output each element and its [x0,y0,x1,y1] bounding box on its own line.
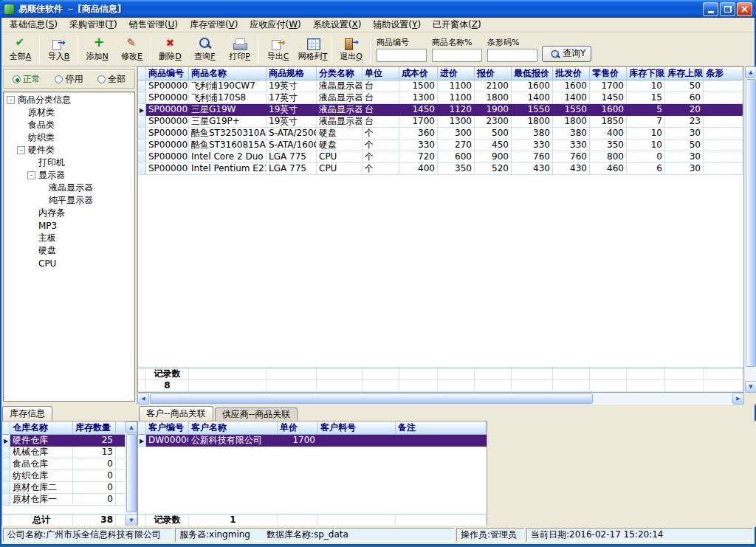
column-header[interactable]: 条形 [704,67,743,80]
product-code-input[interactable] [377,49,427,62]
table-row[interactable]: 原材仓库一0 [2,494,137,506]
table-row[interactable]: ▶DW000002公新科技有限公司1700 [138,435,487,447]
vertical-scrollbar[interactable]: ▲ ▼ [744,66,756,393]
table-row[interactable]: SP000001飞利浦190CW719英寸液晶显示器台1500110021001… [138,80,743,92]
minimize-button[interactable] [703,2,718,16]
column-header[interactable]: 最低报价 [512,67,553,80]
tree-node[interactable]: 打印机 [4,156,134,169]
column-header[interactable]: 进价 [438,67,475,80]
tree-node[interactable]: MP3 [4,219,134,232]
scroll-right-button[interactable]: ▶ [732,393,744,405]
import-button[interactable]: 导入B [41,34,76,65]
grid-columns-button[interactable]: 网格列T [295,34,330,65]
scroll-up-button[interactable]: ▲ [745,66,756,78]
column-header[interactable]: 库存数量 [73,422,116,435]
menu-item-stock[interactable]: 库存管理(V) [184,17,244,32]
table-row[interactable]: 食品仓库0 [2,458,137,470]
column-header[interactable]: 商品规格 [267,67,317,80]
tree-root[interactable]: -商品分类信息 [4,94,134,106]
radio-normal[interactable]: 正常 [13,73,41,86]
exit-button[interactable]: 退出Q [334,34,368,65]
scroll-down-button[interactable]: ▼ [126,515,137,526]
product-name-input[interactable] [432,49,482,62]
scroll-up-button[interactable]: ▲ [126,422,137,433]
column-header[interactable]: 客户编号 [146,422,189,435]
column-header[interactable]: 仓库名称 [10,422,73,435]
tree-node[interactable]: -显示器 [4,169,134,182]
tree-node[interactable]: 纯平显示器 [4,194,134,207]
add-button[interactable]: 添加N [80,34,114,65]
scroll-left-button[interactable]: ◀ [137,393,149,405]
table-row[interactable]: 纺织仓库0 [2,470,137,482]
column-header[interactable]: 备注 [396,422,487,435]
scrollbar-thumb[interactable] [150,393,593,404]
menu-item-auxiliary-settings[interactable]: 辅助设置(Y) [367,17,427,32]
tree-node[interactable]: 内存条 [4,207,134,219]
menu-item-sales[interactable]: 销售管理(U) [123,17,184,32]
collapse-toggle-icon[interactable]: - [17,146,25,154]
column-header[interactable]: 客户料号 [318,422,396,435]
radio-all[interactable]: 全部 [97,73,126,86]
menu-item-basic-info[interactable]: 基础信息(S) [4,17,63,32]
column-header[interactable]: 单位 [362,67,399,80]
table-row[interactable]: SP000002飞利浦170S817英寸液晶显示器台13001100180014… [138,92,743,104]
menu-item-receivable-payable[interactable]: 应收应付(W) [244,17,306,32]
collapse-toggle-icon[interactable]: - [7,96,15,104]
delete-button[interactable]: 删除D [153,34,188,65]
column-header[interactable]: 分类名称 [317,67,362,80]
scroll-down-button[interactable]: ▼ [745,381,756,393]
column-header[interactable]: 批发价 [553,67,590,80]
barcode-input[interactable] [487,49,537,62]
column-header[interactable]: 商品编号 [146,67,189,80]
scrollbar-thumb[interactable] [746,79,756,367]
find-button[interactable]: 查询F [188,34,222,65]
table-row[interactable]: 原材仓库二0 [2,482,137,494]
inventory-scrollbar[interactable]: ▲ ▼ [125,422,137,526]
tree-node[interactable]: -硬件类 [4,144,134,156]
tree-node[interactable]: 主板 [4,232,134,244]
tree-node[interactable]: 液晶显示器 [4,182,134,194]
restore-button[interactable] [720,2,735,16]
close-button[interactable]: × [737,2,752,16]
edit-button[interactable]: 修改E [114,34,149,65]
table-row[interactable]: SP000008Intel Pentium E2140LGA 775CPU个40… [138,163,743,175]
tree-node[interactable]: 原材类 [4,106,134,119]
radio-disabled[interactable]: 停用 [55,73,83,86]
tab-supplier-product-relation[interactable]: 供应商--商品关联 [215,407,298,421]
table-row[interactable]: SP000006酷鱼ST3160815AS(值S-ATA/160G硬盘个3302… [138,140,743,151]
table-row[interactable]: SP000005酷鱼ST3250310ASS-ATA/250G硬盘个360300… [138,128,743,140]
menu-item-purchase[interactable]: 采购管理(T) [63,17,123,32]
all-button[interactable]: 全部A [3,34,38,65]
horizontal-scrollbar[interactable]: ◀ ▶ [137,393,744,405]
title-bar[interactable]: 易顺佳软件 － [商品信息] × [0,0,756,18]
print-button[interactable]: 打印P [222,34,257,65]
column-header[interactable]: 库存上限 [665,67,704,80]
column-header[interactable]: 成本价 [399,67,438,80]
table-row[interactable]: 机械仓库13 [2,447,137,458]
toolbar-button-label: 导入B [48,51,70,62]
column-header[interactable]: 客户名称 [189,422,278,435]
tab-inventory-info[interactable]: 库存信息 [2,406,52,421]
window-title: 易顺佳软件 － [商品信息] [18,3,703,16]
column-header[interactable]: 零售价 [590,67,627,80]
column-header[interactable]: 库存下限 [627,67,665,80]
tree-node[interactable]: 纺织类 [4,131,134,144]
scrollbar-thumb[interactable] [126,434,137,512]
column-header[interactable]: 商品名称 [189,67,267,80]
tree-node[interactable]: 硬盘 [4,244,134,257]
tree-node[interactable]: 食品类 [4,119,134,131]
table-row[interactable]: SP000004三星G19P+19英寸液晶显示器台170013002300180… [138,116,743,128]
export-button[interactable]: 导出C [261,34,295,65]
query-button[interactable]: 查询Y [542,46,591,62]
table-row[interactable]: ▶硬件仓库25 [2,435,137,447]
table-row[interactable]: SP000007Intel Core 2 Duo E450LGA 775CPU个… [138,151,743,163]
table-row[interactable]: ▶SP000003三星G19W19英寸液晶显示器台145011201900155… [138,104,743,116]
collapse-toggle-icon[interactable]: - [27,171,35,179]
menu-item-open-windows[interactable]: 已开窗体(Z) [427,17,487,32]
cell: SP000005 [146,128,189,140]
tree-node[interactable]: CPU [4,257,134,269]
column-header[interactable]: 单价 [278,422,318,435]
column-header[interactable]: 报价 [475,67,512,80]
tab-customer-product-relation[interactable]: 客户--商品关联 [139,406,213,421]
menu-item-system-settings[interactable]: 系统设置(X) [307,17,368,32]
